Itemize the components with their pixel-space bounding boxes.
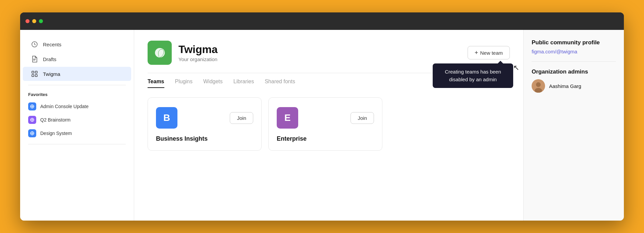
teams-grid: B Join Business Insights E Jo	[148, 97, 510, 151]
sidebar-item-admin-console-update[interactable]: Admin Console Update	[20, 100, 134, 113]
admin-console-label: Admin Console Update	[40, 104, 89, 109]
admin-name: Aashima Garg	[549, 83, 581, 89]
twigma-label: Twigma	[43, 71, 60, 77]
right-divider	[532, 61, 616, 62]
sidebar-item-twigma[interactable]: Twigma	[23, 67, 131, 81]
q2-brainstorm-icon	[28, 116, 36, 124]
team-card-business-insights: B Join Business Insights	[148, 97, 262, 151]
close-dot[interactable]	[25, 19, 30, 23]
sidebar-item-drafts[interactable]: Drafts	[23, 52, 131, 66]
tab-teams[interactable]: Teams	[148, 79, 164, 88]
svg-rect-4	[35, 71, 37, 73]
join-button-bi[interactable]: Join	[230, 112, 253, 124]
team-name-ent: Enterprise	[277, 135, 374, 142]
team-name-bi: Business Insights	[156, 135, 253, 142]
community-link[interactable]: figma.com/@twigma	[532, 49, 577, 54]
tab-plugins[interactable]: Plugins	[175, 79, 193, 88]
screen-wrapper: Recents Drafts	[20, 12, 624, 221]
tab-libraries[interactable]: Libraries	[233, 79, 254, 88]
file-icon	[31, 55, 38, 63]
team-card-enterprise: E Join Enterprise	[268, 97, 382, 151]
admin-avatar	[532, 79, 545, 93]
titlebar-dots	[25, 19, 43, 23]
org-info: Twigma Your organization	[178, 43, 218, 62]
org-logo	[148, 41, 172, 65]
plus-icon: +	[475, 50, 478, 56]
tooltip-text: Creating teams has been disabled by an a…	[445, 69, 501, 82]
favorites-label: Favorites	[20, 89, 134, 100]
grid-icon	[31, 70, 38, 78]
sidebar-item-q2-brainstorm[interactable]: Q2 Brainstorm	[20, 113, 134, 127]
admins-title: Organization admins	[532, 68, 616, 75]
cursor-icon: ↖	[513, 63, 519, 72]
recents-label: Recents	[43, 42, 61, 47]
team-avatar-ent: E	[277, 107, 298, 129]
sidebar: Recents Drafts	[20, 30, 134, 221]
q2-brainstorm-label: Q2 Brainstorm	[40, 117, 70, 123]
design-system-label: Design System	[40, 131, 72, 136]
right-panel: Public community profile figma.com/@twig…	[523, 30, 624, 221]
sidebar-divider	[28, 85, 126, 85]
sidebar-item-recents[interactable]: Recents	[23, 37, 131, 51]
app-body: Recents Drafts	[20, 30, 624, 221]
svg-rect-3	[32, 71, 34, 73]
community-title: Public community profile	[532, 39, 616, 46]
sidebar-divider-bottom	[28, 144, 126, 144]
tab-shared-fonts[interactable]: Shared fonts	[265, 79, 295, 88]
svg-rect-6	[35, 75, 37, 77]
svg-point-17	[536, 82, 541, 87]
clock-icon	[31, 41, 38, 48]
admin-row: Aashima Garg	[532, 79, 616, 93]
org-subtitle: Your organization	[178, 56, 218, 62]
team-card-header-bi: B Join	[156, 107, 253, 129]
svg-rect-5	[32, 75, 34, 77]
team-card-header-ent: E Join	[277, 107, 374, 129]
tab-widgets[interactable]: Widgets	[203, 79, 223, 88]
org-header: Twigma Your organization + New team Crea…	[148, 41, 510, 65]
new-team-label: New team	[480, 50, 503, 56]
org-name: Twigma	[178, 43, 218, 56]
drafts-label: Drafts	[43, 56, 56, 62]
maximize-dot[interactable]	[39, 19, 43, 23]
team-avatar-bi: B	[156, 107, 177, 129]
admin-console-icon	[28, 102, 36, 110]
join-button-ent[interactable]: Join	[351, 112, 374, 124]
design-system-icon	[28, 129, 36, 137]
new-team-container: + New team Creating teams has been disab…	[468, 43, 510, 59]
new-team-button[interactable]: + New team	[468, 46, 510, 59]
sidebar-item-design-system[interactable]: Design System	[20, 127, 134, 140]
minimize-dot[interactable]	[32, 19, 36, 23]
tooltip-popup: Creating teams has been disabled by an a…	[433, 63, 513, 88]
main-content: Twigma Your organization + New team Crea…	[134, 30, 523, 221]
titlebar	[20, 12, 624, 30]
